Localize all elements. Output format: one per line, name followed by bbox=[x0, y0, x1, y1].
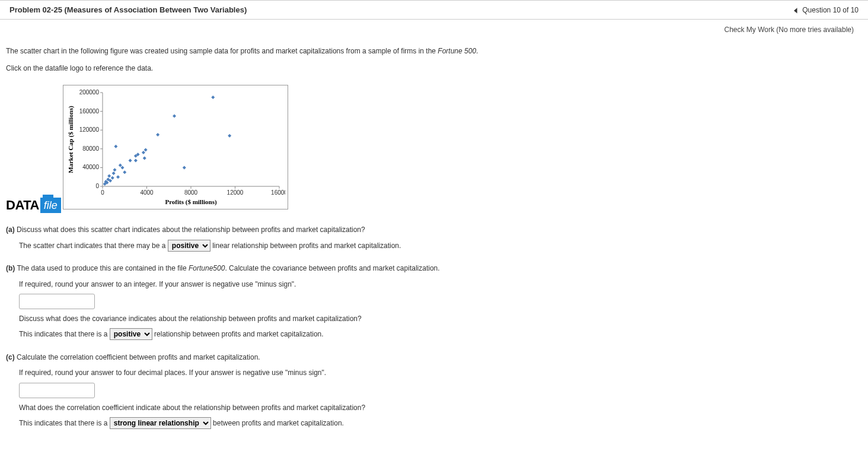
part-b-label: (b) bbox=[6, 264, 15, 272]
svg-text:Market Cap ($ millions): Market Cap ($ millions) bbox=[67, 106, 75, 173]
part-b-select[interactable]: positive bbox=[110, 328, 152, 340]
svg-text:0: 0 bbox=[101, 189, 104, 196]
datafile-logo[interactable]: DATA file bbox=[6, 198, 61, 213]
svg-marker-34 bbox=[113, 169, 117, 172]
part-c-select[interactable]: strong linear relationship bbox=[110, 417, 211, 429]
svg-marker-38 bbox=[121, 166, 125, 170]
part-c-question2: What does the correlation coefficient in… bbox=[19, 402, 862, 414]
svg-text:4000: 4000 bbox=[141, 189, 154, 196]
part-b-answer-line: This indicates that there is a positive … bbox=[19, 328, 862, 340]
svg-text:Profits ($ millions): Profits ($ millions) bbox=[165, 198, 218, 206]
svg-marker-51 bbox=[228, 134, 231, 138]
problem-title: Problem 02-25 (Measures of Association B… bbox=[9, 5, 247, 14]
part-b-question2: Discuss what does the covariance indicat… bbox=[19, 313, 862, 325]
svg-text:80000: 80000 bbox=[82, 145, 99, 152]
intro-line-1: The scatter chart in the following figur… bbox=[6, 46, 862, 57]
datafile-file-box: file bbox=[40, 198, 61, 213]
scatter-chart: 0400080001200016000040000800001200001600… bbox=[63, 85, 288, 209]
svg-text:160000: 160000 bbox=[79, 108, 100, 115]
intro-line-2: Click on the datafile logo to reference … bbox=[6, 63, 862, 74]
svg-marker-49 bbox=[183, 166, 186, 170]
svg-text:40000: 40000 bbox=[82, 164, 99, 171]
part-b-input-row bbox=[19, 294, 862, 309]
svg-text:120000: 120000 bbox=[79, 127, 100, 134]
question-nav[interactable]: ◀ Question 10 of 10 bbox=[793, 6, 859, 14]
svg-marker-45 bbox=[143, 157, 146, 160]
part-c-input-row bbox=[19, 383, 862, 398]
scatter-plot-svg: 0400080001200016000040000800001200001600… bbox=[66, 88, 285, 207]
question-counter: Question 10 of 10 bbox=[802, 6, 859, 14]
svg-marker-37 bbox=[119, 164, 122, 167]
svg-marker-35 bbox=[114, 145, 118, 148]
part-c: (c) Calculate the correlation coefficien… bbox=[6, 351, 862, 363]
part-c-answer-line: This indicates that there is a strong li… bbox=[19, 417, 862, 429]
part-c-question: Calculate the correlation coefficient be… bbox=[17, 353, 260, 361]
content: The scatter chart in the following figur… bbox=[0, 34, 868, 439]
svg-marker-42 bbox=[134, 159, 138, 163]
correlation-input[interactable] bbox=[19, 383, 95, 398]
question-header: Problem 02-25 (Measures of Association B… bbox=[0, 0, 868, 20]
part-c-label: (c) bbox=[6, 353, 15, 361]
covariance-input[interactable] bbox=[19, 294, 95, 309]
part-a-label: (a) bbox=[6, 226, 15, 234]
part-a: (a) Discuss what does this scatter chart… bbox=[6, 224, 862, 236]
svg-marker-30 bbox=[107, 174, 111, 178]
svg-marker-50 bbox=[211, 96, 215, 99]
part-a-select[interactable]: positive bbox=[168, 240, 210, 252]
part-a-answer-line: The scatter chart indicates that there m… bbox=[19, 240, 862, 252]
datafile-data-text: DATA bbox=[6, 198, 39, 213]
check-my-work: Check My Work (No more tries available) bbox=[0, 20, 868, 34]
svg-marker-44 bbox=[142, 151, 145, 154]
part-c-hint: If required, round your answer to four d… bbox=[19, 367, 862, 379]
part-b-hint: If required, round your answer to an int… bbox=[19, 278, 862, 290]
svg-marker-48 bbox=[173, 115, 176, 118]
svg-text:0: 0 bbox=[96, 183, 100, 189]
datafile-file-text: file bbox=[44, 199, 58, 212]
svg-marker-47 bbox=[156, 133, 159, 136]
svg-marker-39 bbox=[123, 171, 126, 174]
svg-text:8000: 8000 bbox=[184, 189, 198, 196]
svg-text:12000: 12000 bbox=[227, 189, 244, 196]
part-a-question: Discuss what does this scatter chart ind… bbox=[17, 226, 365, 234]
svg-text:200000: 200000 bbox=[79, 89, 100, 96]
folder-tab-icon bbox=[43, 195, 53, 198]
svg-marker-40 bbox=[129, 159, 132, 163]
svg-marker-33 bbox=[112, 171, 116, 175]
svg-marker-36 bbox=[116, 176, 120, 179]
svg-marker-32 bbox=[111, 176, 114, 180]
svg-marker-46 bbox=[144, 148, 148, 152]
svg-text:16000: 16000 bbox=[271, 189, 285, 196]
prev-caret-icon: ◀ bbox=[794, 6, 797, 14]
part-b: (b) The data used to produce this are co… bbox=[6, 262, 862, 274]
